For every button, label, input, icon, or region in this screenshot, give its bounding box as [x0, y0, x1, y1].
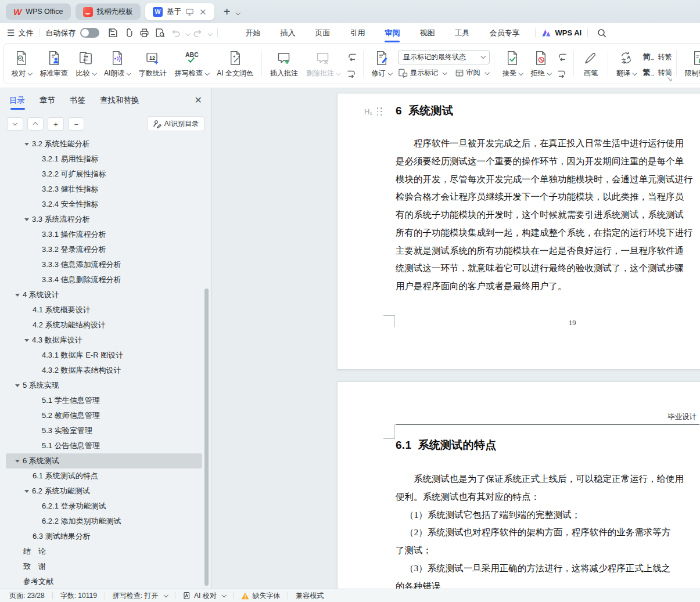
- spell-check-status[interactable]: 拼写检查: 打开: [113, 591, 167, 601]
- search-icon[interactable]: [594, 26, 609, 40]
- autosave-toggle[interactable]: [80, 28, 99, 38]
- zoom-out-button[interactable]: －: [68, 117, 84, 131]
- collapse-arrow-icon[interactable]: [24, 339, 29, 342]
- compare-button[interactable]: 比较: [72, 46, 100, 81]
- ai-polish-button[interactable]: AI 全文润色: [213, 46, 257, 81]
- collapse-all-button[interactable]: [27, 117, 44, 131]
- proofread-button[interactable]: 校对: [8, 46, 36, 81]
- menu-view[interactable]: 视图: [410, 23, 444, 42]
- collapse-arrow-icon[interactable]: [15, 460, 20, 463]
- tab-chapters[interactable]: 章节: [40, 88, 55, 113]
- zoom-in-button[interactable]: ＋: [48, 117, 64, 131]
- menu-tools[interactable]: 工具: [444, 23, 479, 42]
- document-page-20[interactable]: 毕业设计 6.1 系统测试的特点 系统测试也是为了保证系统正式上线后，可以稳定正…: [337, 381, 700, 589]
- accept-button[interactable]: 接受: [498, 46, 527, 81]
- menu-home[interactable]: 开始: [235, 23, 270, 42]
- collapse-arrow-icon[interactable]: [15, 294, 20, 297]
- toc-item[interactable]: 6 系统测试: [6, 453, 202, 468]
- menu-review[interactable]: 审阅: [375, 23, 410, 42]
- toc-item[interactable]: 6.2.1 登录功能测试: [6, 499, 202, 514]
- toc-item[interactable]: 5.3 实验室管理: [6, 423, 202, 438]
- menu-insert[interactable]: 插入: [270, 23, 305, 42]
- toc-item[interactable]: 6.2.2 添加类别功能测试: [6, 514, 202, 529]
- undo-chevron-icon[interactable]: [184, 28, 190, 37]
- dialog-launcher-icon[interactable]: [667, 77, 672, 82]
- tab-toc[interactable]: 目录: [9, 88, 25, 113]
- close-tab-icon[interactable]: ✕: [199, 8, 207, 16]
- translate-button[interactable]: A 文 翻译: [612, 46, 641, 81]
- toc-item[interactable]: 参考文献: [6, 574, 202, 589]
- spell-check-button[interactable]: ABC 拼写检查: [171, 46, 213, 81]
- close-sidebar-icon[interactable]: ✕: [195, 96, 202, 105]
- tab-bookmarks[interactable]: 书签: [70, 88, 85, 113]
- toc-item[interactable]: 4.3.2 数据库表结构设计: [6, 363, 202, 378]
- toc-item[interactable]: 3.3.1 操作流程分析: [6, 227, 202, 242]
- toc-item[interactable]: 5.1 学生信息管理: [6, 393, 202, 408]
- toc-item[interactable]: 4.1 系统概要设计: [6, 302, 202, 318]
- ai-read-aloud-button[interactable]: AI朗读: [100, 46, 135, 81]
- toc-item[interactable]: 结 论: [6, 544, 202, 559]
- page-indicator[interactable]: 页面: 23/28: [9, 591, 45, 601]
- print-preview-icon[interactable]: [152, 26, 168, 40]
- tab-find-replace[interactable]: 查找和替换: [100, 88, 139, 113]
- track-changes-button[interactable]: 修订: [368, 46, 396, 81]
- markup-state-select[interactable]: 显示标记的最终状态: [398, 50, 490, 64]
- export-clip-icon[interactable]: [121, 26, 137, 40]
- toc-item[interactable]: 3.3.3 信息添加流程分析: [6, 257, 202, 272]
- insert-comment-button[interactable]: 插入批注: [266, 46, 302, 81]
- redo-icon[interactable]: [190, 26, 206, 40]
- toc-item[interactable]: 5.1 公告信息管理: [6, 438, 202, 453]
- toc-item[interactable]: 3.2 系统性能分析: [6, 136, 202, 152]
- collapse-arrow-icon[interactable]: [24, 143, 29, 146]
- delete-comment-button[interactable]: 删除批注: [302, 46, 344, 81]
- toc-item[interactable]: 3.3.2 登录流程分析: [6, 242, 202, 257]
- next-change-icon[interactable]: [557, 69, 568, 80]
- previous-change-icon[interactable]: [557, 52, 568, 63]
- collapse-arrow-icon[interactable]: [15, 384, 20, 387]
- previous-comment-icon[interactable]: [346, 52, 357, 63]
- restrict-edit-button[interactable]: E 限制编辑: [681, 46, 700, 81]
- toc-item[interactable]: 4 系统设计: [6, 287, 202, 302]
- missing-font-warning[interactable]: 缺失字体: [241, 591, 280, 601]
- sidebar-scrollbar[interactable]: [204, 289, 209, 586]
- toc-item[interactable]: 3.3.4 信息删除流程分析: [6, 272, 202, 287]
- expand-all-button[interactable]: [7, 117, 23, 131]
- redo-chevron-icon[interactable]: [206, 28, 212, 37]
- toc-item[interactable]: 6.1 系统测试的特点: [6, 468, 202, 484]
- hamburger-menu-icon[interactable]: ☰: [7, 28, 15, 38]
- standard-review-button[interactable]: 标准审查: [36, 46, 72, 81]
- drag-handle-icon[interactable]: [377, 107, 383, 116]
- heading-level-marker[interactable]: H₁: [364, 107, 383, 116]
- toc-item[interactable]: 6.3 测试结果分析: [6, 529, 202, 544]
- toc-item[interactable]: 5.2 教师信息管理: [6, 408, 202, 423]
- toc-item[interactable]: 4.2 系统功能结构设计: [6, 318, 202, 333]
- reject-button[interactable]: 拒绝: [527, 46, 555, 81]
- toc-item[interactable]: 致 谢: [6, 559, 202, 574]
- simplified-to-traditional-button[interactable]: 简→ 转繁: [643, 52, 672, 62]
- review-pane-button[interactable]: 审阅: [455, 68, 489, 78]
- pen-button[interactable]: 画笔: [578, 46, 604, 81]
- ai-proofread-status[interactable]: AI 校对: [183, 591, 225, 601]
- collapse-arrow-icon[interactable]: [24, 218, 29, 221]
- file-menu[interactable]: 文件: [18, 28, 33, 38]
- tab-document[interactable]: W 基于 ✕: [145, 3, 214, 20]
- word-count-button[interactable]: 12 字数统计: [135, 46, 171, 81]
- toc-item[interactable]: 4.3.1 数据库 E-R 图设计: [6, 348, 202, 363]
- menu-page[interactable]: 页面: [305, 23, 340, 42]
- tab-docer-templates[interactable]: 找稻壳模板: [76, 3, 141, 20]
- wps-ai-button[interactable]: WPS AI: [541, 28, 581, 38]
- toc-item[interactable]: 3.2.1 易用性指标: [6, 152, 202, 167]
- menu-membership[interactable]: 会员专享: [479, 23, 529, 42]
- menu-reference[interactable]: 引用: [340, 23, 375, 42]
- toc-item[interactable]: 3.3 系统流程分析: [6, 212, 202, 227]
- toc-item[interactable]: 4.3 数据库设计: [6, 333, 202, 348]
- toc-item[interactable]: 3.2.4 安全性指标: [6, 197, 202, 212]
- document-canvas[interactable]: H₁ 6 系统测试 程序软件一旦被开发完成之后，在真正投入日常生活中进行运行使用…: [212, 88, 700, 589]
- tab-list-chevron-icon[interactable]: [234, 6, 240, 17]
- toc-item[interactable]: 3.2.3 健壮性指标: [6, 182, 202, 197]
- toc-item[interactable]: 3.2.2 可扩展性指标: [6, 167, 202, 182]
- toc-item[interactable]: 5 系统实现: [6, 378, 202, 393]
- show-markup-button[interactable]: 显示标记: [398, 68, 447, 78]
- save-icon[interactable]: [105, 26, 121, 40]
- word-count-indicator[interactable]: 字数: 10119: [60, 591, 97, 601]
